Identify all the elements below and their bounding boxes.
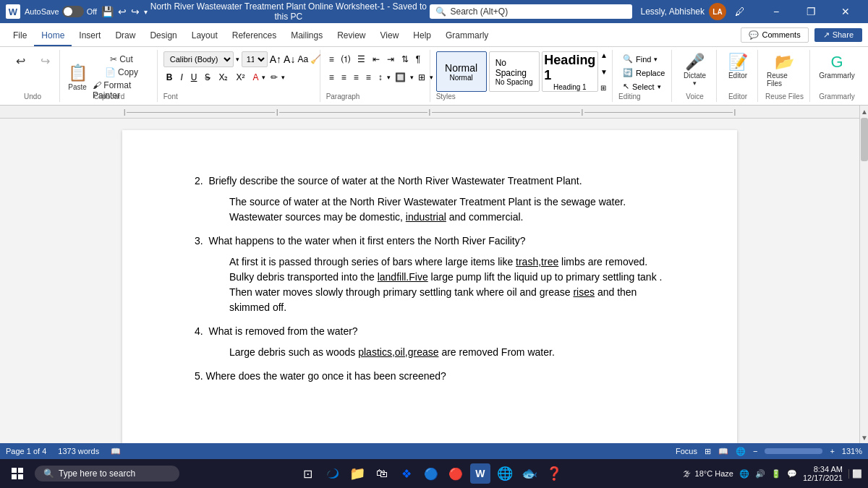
replace-button[interactable]: 🔄 Replace <box>618 67 667 79</box>
tab-design[interactable]: Design <box>142 26 184 46</box>
tab-review[interactable]: Review <box>330 26 373 46</box>
scroll-thumb[interactable] <box>861 118 868 161</box>
taskbar-edge[interactable] <box>323 463 343 484</box>
highlight-button[interactable]: ✏ <box>268 69 281 85</box>
taskbar-app7[interactable]: 🔴 <box>446 463 466 484</box>
zoom-out-icon[interactable]: − <box>753 447 757 455</box>
align-center-button[interactable]: ≡ <box>339 69 349 85</box>
font-aa-icon[interactable]: Aa <box>297 54 308 64</box>
subscript-button[interactable]: X₂ <box>216 69 231 85</box>
paste-button[interactable]: 📋 Paste <box>66 62 89 93</box>
decrease-indent-button[interactable]: ⇤ <box>370 51 383 67</box>
font-color-chevron[interactable]: ▾ <box>262 74 265 81</box>
undo-button[interactable]: ↩ <box>9 53 32 69</box>
scroll-down-arrow[interactable]: ▼ <box>860 432 868 443</box>
pen-icon[interactable]: 🖊 <box>735 6 745 17</box>
tab-view[interactable]: View <box>373 26 407 46</box>
shading-chevron[interactable]: ▾ <box>410 74 414 81</box>
bold-button[interactable]: B <box>163 69 176 85</box>
dictate-button[interactable]: 🎤 Dictate ▾ <box>681 51 709 88</box>
multilevel-button[interactable]: ☰ <box>354 51 368 67</box>
reuse-files-button[interactable]: 📂 Reuse Files <box>764 51 805 89</box>
styles-expand[interactable]: ⊞ <box>600 84 608 92</box>
tab-references[interactable]: References <box>225 26 284 46</box>
tab-insert[interactable]: Insert <box>72 26 108 46</box>
taskbar-app9[interactable]: 🐟 <box>519 463 540 484</box>
windows-start-button[interactable] <box>6 462 29 485</box>
bullets-button[interactable]: ≡ <box>326 51 337 67</box>
layout-view-icon[interactable]: ⊞ <box>705 447 711 456</box>
network-icon[interactable]: 🌐 <box>739 469 749 479</box>
font-size-up-icon[interactable]: A↑ <box>270 53 281 65</box>
taskbar-app10[interactable]: ❓ <box>544 463 564 484</box>
taskbar-task-view[interactable]: ⊡ <box>298 463 318 484</box>
notification-icon[interactable]: 💬 <box>787 469 797 479</box>
align-left-button[interactable]: ≡ <box>326 69 337 85</box>
tab-file[interactable]: File <box>6 26 34 46</box>
tab-layout[interactable]: Layout <box>184 26 225 46</box>
justify-button[interactable]: ≡ <box>363 69 374 85</box>
cut-button[interactable]: ✂ Cut <box>90 53 153 65</box>
scroll-up-arrow[interactable]: ▲ <box>860 106 868 117</box>
find-button[interactable]: 🔍 Find ▾ <box>618 53 667 65</box>
document-page[interactable]: 2. Briefly describe the source of water … <box>122 130 737 443</box>
web-view-icon[interactable]: 🌐 <box>736 447 746 456</box>
focus-button[interactable]: Focus <box>676 447 697 455</box>
pilcrow-button[interactable]: ¶ <box>413 51 423 67</box>
tab-draw[interactable]: Draw <box>108 26 142 46</box>
minimize-button[interactable]: − <box>760 0 793 23</box>
styles-scroll-up[interactable]: ▲ <box>600 51 608 59</box>
taskbar-chrome[interactable]: 🌐 <box>495 463 515 484</box>
save-icon[interactable]: 💾 <box>101 6 114 17</box>
taskbar-store[interactable]: 🛍 <box>372 463 392 484</box>
taskbar-dropbox[interactable]: ❖ <box>396 463 417 484</box>
redo-button[interactable]: ↪ <box>33 53 56 69</box>
vertical-scrollbar[interactable]: ▲ ▼ <box>859 106 868 443</box>
italic-button[interactable]: I <box>177 69 185 85</box>
superscript-button[interactable]: X² <box>233 69 247 85</box>
taskbar-app6[interactable]: 🔵 <box>421 463 441 484</box>
font-color-button[interactable]: A <box>250 69 261 85</box>
zoom-slider[interactable] <box>765 448 822 454</box>
clock[interactable]: 8:34 AM 12/17/2021 <box>803 465 843 482</box>
grammarly-button[interactable]: G Grammarly <box>816 51 857 81</box>
select-button[interactable]: ↖ Select ▾ <box>618 80 667 93</box>
restore-button[interactable]: ❐ <box>794 0 827 23</box>
border-button[interactable]: ⊞ <box>415 69 428 85</box>
volume-icon[interactable]: 🔊 <box>755 469 765 479</box>
taskbar-search[interactable]: 🔍 Type here to search <box>35 466 179 481</box>
close-button[interactable]: ✕ <box>829 0 862 23</box>
clear-format-icon[interactable]: 🧹 <box>310 54 321 64</box>
autosave-toggle[interactable] <box>62 6 84 17</box>
shading-button[interactable]: 🔲 <box>392 69 409 85</box>
show-desktop-button[interactable]: ⬜ <box>848 469 862 479</box>
comments-button[interactable]: 💬 Comments <box>741 27 808 43</box>
increase-indent-button[interactable]: ⇥ <box>384 51 397 67</box>
tab-help[interactable]: Help <box>406 26 438 46</box>
undo-icon[interactable]: ↩ <box>118 6 127 17</box>
taskbar-file-explorer[interactable]: 📁 <box>347 463 367 484</box>
search-bar[interactable]: 🔍 Search (Alt+Q) <box>430 4 632 19</box>
font-size-select[interactable]: 11 <box>242 51 268 67</box>
document-scroll-area[interactable]: 2. Briefly describe the source of water … <box>0 119 859 443</box>
highlight-chevron[interactable]: ▾ <box>281 74 285 81</box>
line-spacing-chevron[interactable]: ▾ <box>387 74 391 81</box>
style-nospacing[interactable]: No Spacing No Spacing <box>489 51 540 92</box>
tab-mailings[interactable]: Mailings <box>284 26 330 46</box>
share-button[interactable]: ↗ Share <box>814 28 862 42</box>
styles-scroll-down[interactable]: ▼ <box>600 68 608 76</box>
style-normal[interactable]: Normal Normal <box>436 51 487 92</box>
tab-grammarly[interactable]: Grammarly <box>438 26 495 46</box>
numbering-button[interactable]: ⑴ <box>339 51 353 67</box>
read-view-icon[interactable]: 📖 <box>718 447 728 456</box>
copy-button[interactable]: 📄 Copy <box>90 67 153 78</box>
taskbar-word[interactable]: W <box>470 463 490 484</box>
font-size-down-icon[interactable]: A↓ <box>284 53 295 65</box>
redo-icon[interactable]: ↪ <box>131 6 140 17</box>
font-name-select[interactable]: Calibri (Body) <box>163 51 234 67</box>
sort-button[interactable]: ⇅ <box>399 51 412 67</box>
underline-button[interactable]: U <box>188 69 200 85</box>
line-spacing-button[interactable]: ↕ <box>375 69 386 85</box>
tab-home[interactable]: Home <box>34 26 72 46</box>
style-heading1[interactable]: Heading 1 Heading 1 <box>542 51 598 92</box>
